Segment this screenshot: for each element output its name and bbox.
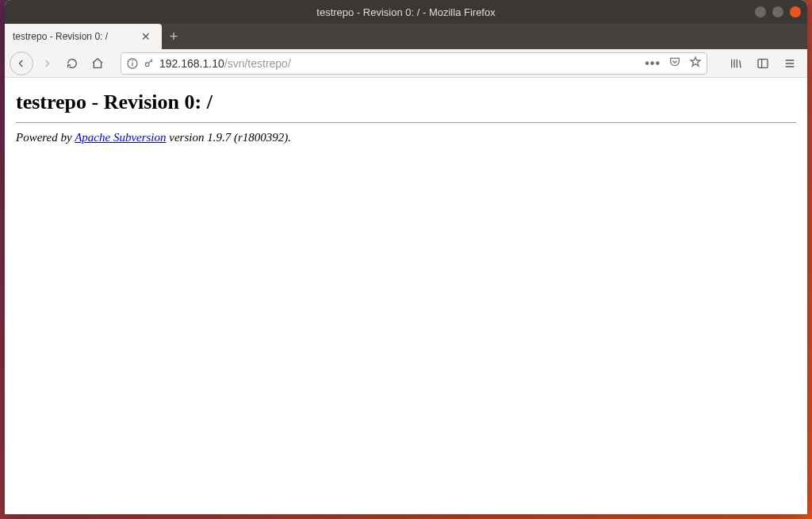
powered-prefix: Powered by	[16, 131, 75, 144]
url-path: /svn/testrepo/	[224, 57, 291, 70]
minimize-button[interactable]	[755, 6, 766, 17]
menu-button[interactable]	[779, 52, 801, 75]
sidebar-button[interactable]	[752, 52, 774, 75]
apache-subversion-link[interactable]: Apache Subversion	[75, 131, 166, 144]
svg-rect-4	[758, 59, 768, 67]
window-title: testrepo - Revision 0: / - Mozilla Firef…	[316, 6, 495, 18]
tab-strip: testrepo - Revision 0: / ✕ +	[5, 24, 807, 49]
page-actions-icon[interactable]: •••	[645, 56, 661, 71]
tab-close-icon[interactable]: ✕	[138, 30, 154, 43]
address-bar[interactable]: 192.168.1.10/svn/testrepo/ •••	[121, 52, 707, 75]
pocket-icon[interactable]	[668, 56, 681, 71]
library-icon	[730, 57, 742, 70]
close-button[interactable]	[790, 6, 801, 17]
browser-tab[interactable]: testrepo - Revision 0: / ✕	[5, 24, 162, 49]
arrow-right-icon	[40, 57, 53, 70]
library-button[interactable]	[725, 52, 747, 75]
bookmark-star-icon[interactable]	[689, 56, 702, 71]
new-tab-button[interactable]: +	[162, 24, 186, 49]
svg-point-3	[145, 62, 149, 66]
navigation-toolbar: 192.168.1.10/svn/testrepo/ •••	[5, 49, 807, 78]
svg-point-2	[132, 60, 133, 61]
sidebar-icon	[756, 57, 769, 70]
back-button[interactable]	[10, 52, 33, 75]
hamburger-icon	[783, 57, 796, 70]
key-icon[interactable]	[144, 58, 155, 69]
arrow-left-icon	[15, 57, 28, 70]
home-button[interactable]	[86, 52, 109, 75]
powered-suffix: version 1.9.7 (r1800392).	[167, 131, 292, 144]
page-content: testrepo - Revision 0: / Powered by Apac…	[5, 78, 807, 514]
info-icon[interactable]	[126, 57, 139, 70]
powered-by-line: Powered by Apache Subversion version 1.9…	[16, 131, 796, 144]
reload-button[interactable]	[60, 52, 84, 75]
page-heading: testrepo - Revision 0: /	[16, 90, 796, 114]
url-host: 192.168.1.10	[159, 57, 224, 70]
reload-icon	[66, 57, 79, 70]
url-text: 192.168.1.10/svn/testrepo/	[159, 57, 640, 70]
window-controls	[755, 6, 801, 17]
maximize-button[interactable]	[772, 6, 783, 17]
home-icon	[91, 57, 104, 70]
forward-button[interactable]	[35, 52, 59, 75]
tab-label: testrepo - Revision 0: /	[13, 31, 138, 42]
url-actions: •••	[645, 56, 702, 71]
window-titlebar: testrepo - Revision 0: / - Mozilla Firef…	[5, 0, 807, 24]
toolbar-right-icons	[725, 52, 801, 75]
horizontal-rule	[16, 122, 796, 123]
